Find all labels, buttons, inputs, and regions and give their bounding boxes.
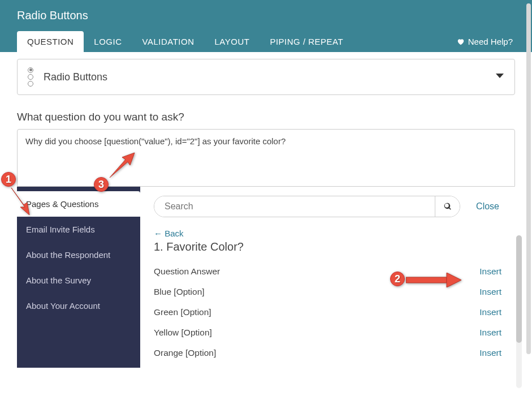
option-label: Orange [Option] (154, 348, 216, 358)
tab-logic[interactable]: LOGIC (84, 31, 132, 52)
annotation-badge-2: 2 (390, 272, 405, 286)
option-row-orange: Orange [Option] Insert (154, 343, 501, 363)
insert-link-orange[interactable]: Insert (479, 348, 501, 358)
search-button[interactable] (435, 196, 460, 217)
outer-scrollbar-thumb[interactable] (526, 3, 531, 354)
inner-scrollbar-thumb[interactable] (516, 235, 522, 343)
insert-link-blue[interactable]: Insert (479, 287, 501, 297)
search-row: Close (154, 196, 501, 217)
annotation-arrow-2 (406, 273, 462, 290)
option-row-green: Green [Option] Insert (154, 302, 501, 322)
heart-icon (457, 38, 465, 46)
back-link[interactable]: ← Back (154, 229, 184, 238)
question-prompt-label: What question do you want to ask? (17, 111, 515, 123)
tab-layout[interactable]: LAYOUT (205, 31, 260, 52)
chevron-down-icon (495, 71, 504, 83)
option-label: Question Answer (154, 266, 220, 277)
annotation-arrow-3 (105, 150, 139, 183)
option-label: Green [Option] (154, 307, 211, 317)
search-wrap (154, 196, 460, 217)
insert-link-answer[interactable]: Insert (479, 266, 501, 277)
merge-question-title: 1. Favorite Color? (154, 240, 501, 253)
close-link[interactable]: Close (476, 201, 501, 212)
outer-scrollbar[interactable] (526, 3, 531, 393)
header: Radio Buttons QUESTION LOGIC VALIDATION … (0, 0, 532, 52)
sidebar-item-survey[interactable]: About the Survey (17, 268, 140, 293)
tabs: QUESTION LOGIC VALIDATION LAYOUT PIPING … (17, 31, 353, 52)
insert-link-yellow[interactable]: Insert (479, 328, 501, 338)
radio-buttons-icon (28, 67, 33, 87)
insert-link-green[interactable]: Insert (479, 307, 501, 317)
svg-rect-0 (406, 277, 447, 283)
tab-validation[interactable]: VALIDATION (132, 31, 205, 52)
annotation-arrow-1 (8, 184, 34, 218)
page-title: Radio Buttons (17, 9, 515, 22)
type-left: Radio Buttons (28, 67, 107, 87)
content: Radio Buttons What question do you want … (0, 52, 532, 368)
option-label: Blue [Option] (154, 287, 205, 297)
question-type-selector[interactable]: Radio Buttons (17, 59, 515, 95)
sidebar-item-account[interactable]: About Your Account (17, 293, 140, 318)
annotation-badge-3: 3 (94, 177, 109, 192)
merge-sidebar: Pages & Questions Email Invite Fields Ab… (17, 187, 140, 368)
tab-question[interactable]: QUESTION (17, 31, 84, 52)
tab-piping[interactable]: PIPING / REPEAT (259, 31, 353, 52)
type-label: Radio Buttons (44, 71, 107, 83)
option-label: Yellow [Option] (154, 328, 212, 338)
tab-row: QUESTION LOGIC VALIDATION LAYOUT PIPING … (17, 31, 515, 52)
sidebar-item-pages-questions[interactable]: Pages & Questions (17, 191, 140, 217)
inner-scrollbar[interactable] (516, 235, 522, 388)
annotation-badge-1: 1 (1, 172, 16, 187)
need-help-link[interactable]: Need Help? (457, 37, 515, 46)
option-row-yellow: Yellow [Option] Insert (154, 322, 501, 343)
question-text-input[interactable]: Why did you choose [question("value"), i… (17, 129, 515, 187)
need-help-label: Need Help? (468, 37, 513, 46)
search-input[interactable] (154, 196, 435, 217)
sidebar-item-email-invite[interactable]: Email Invite Fields (17, 217, 140, 242)
sidebar-item-respondent[interactable]: About the Respondent (17, 242, 140, 268)
search-icon (444, 203, 452, 210)
